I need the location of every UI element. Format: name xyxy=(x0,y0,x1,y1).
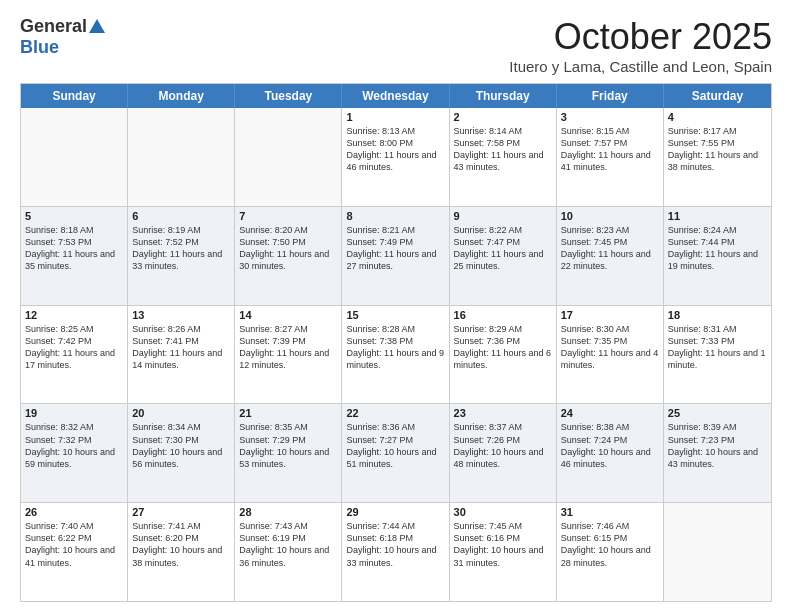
day-number: 25 xyxy=(668,407,767,419)
calendar-cell-1-2: 7Sunrise: 8:20 AM Sunset: 7:50 PM Daylig… xyxy=(235,207,342,305)
logo-triangle-icon xyxy=(89,19,105,33)
day-info: Sunrise: 7:43 AM Sunset: 6:19 PM Dayligh… xyxy=(239,520,337,569)
day-info: Sunrise: 8:25 AM Sunset: 7:42 PM Dayligh… xyxy=(25,323,123,372)
calendar-cell-0-3: 1Sunrise: 8:13 AM Sunset: 8:00 PM Daylig… xyxy=(342,108,449,206)
day-info: Sunrise: 8:13 AM Sunset: 8:00 PM Dayligh… xyxy=(346,125,444,174)
day-info: Sunrise: 8:26 AM Sunset: 7:41 PM Dayligh… xyxy=(132,323,230,372)
calendar: SundayMondayTuesdayWednesdayThursdayFrid… xyxy=(20,83,772,602)
calendar-cell-2-5: 17Sunrise: 8:30 AM Sunset: 7:35 PM Dayli… xyxy=(557,306,664,404)
calendar-cell-1-3: 8Sunrise: 8:21 AM Sunset: 7:49 PM Daylig… xyxy=(342,207,449,305)
day-info: Sunrise: 8:23 AM Sunset: 7:45 PM Dayligh… xyxy=(561,224,659,273)
calendar-row-0: 1Sunrise: 8:13 AM Sunset: 8:00 PM Daylig… xyxy=(21,108,771,206)
day-number: 17 xyxy=(561,309,659,321)
calendar-row-1: 5Sunrise: 8:18 AM Sunset: 7:53 PM Daylig… xyxy=(21,206,771,305)
day-info: Sunrise: 8:39 AM Sunset: 7:23 PM Dayligh… xyxy=(668,421,767,470)
weekday-header-sunday: Sunday xyxy=(21,84,128,108)
day-number: 5 xyxy=(25,210,123,222)
calendar-cell-3-0: 19Sunrise: 8:32 AM Sunset: 7:32 PM Dayli… xyxy=(21,404,128,502)
day-info: Sunrise: 8:18 AM Sunset: 7:53 PM Dayligh… xyxy=(25,224,123,273)
day-number: 6 xyxy=(132,210,230,222)
day-number: 9 xyxy=(454,210,552,222)
day-number: 29 xyxy=(346,506,444,518)
day-info: Sunrise: 8:28 AM Sunset: 7:38 PM Dayligh… xyxy=(346,323,444,372)
day-info: Sunrise: 8:17 AM Sunset: 7:55 PM Dayligh… xyxy=(668,125,767,174)
calendar-row-3: 19Sunrise: 8:32 AM Sunset: 7:32 PM Dayli… xyxy=(21,403,771,502)
calendar-cell-4-6 xyxy=(664,503,771,601)
day-info: Sunrise: 8:35 AM Sunset: 7:29 PM Dayligh… xyxy=(239,421,337,470)
logo-general-text: General xyxy=(20,16,87,37)
day-info: Sunrise: 8:27 AM Sunset: 7:39 PM Dayligh… xyxy=(239,323,337,372)
day-info: Sunrise: 8:38 AM Sunset: 7:24 PM Dayligh… xyxy=(561,421,659,470)
day-info: Sunrise: 8:15 AM Sunset: 7:57 PM Dayligh… xyxy=(561,125,659,174)
day-number: 20 xyxy=(132,407,230,419)
calendar-cell-1-1: 6Sunrise: 8:19 AM Sunset: 7:52 PM Daylig… xyxy=(128,207,235,305)
day-info: Sunrise: 8:19 AM Sunset: 7:52 PM Dayligh… xyxy=(132,224,230,273)
calendar-cell-2-3: 15Sunrise: 8:28 AM Sunset: 7:38 PM Dayli… xyxy=(342,306,449,404)
weekday-header-saturday: Saturday xyxy=(664,84,771,108)
page: General Blue October 2025 Ituero y Lama,… xyxy=(0,0,792,612)
calendar-row-2: 12Sunrise: 8:25 AM Sunset: 7:42 PM Dayli… xyxy=(21,305,771,404)
calendar-cell-4-3: 29Sunrise: 7:44 AM Sunset: 6:18 PM Dayli… xyxy=(342,503,449,601)
day-info: Sunrise: 7:40 AM Sunset: 6:22 PM Dayligh… xyxy=(25,520,123,569)
day-number: 12 xyxy=(25,309,123,321)
day-number: 27 xyxy=(132,506,230,518)
logo: General Blue xyxy=(20,16,105,58)
title-block: October 2025 Ituero y Lama, Castille and… xyxy=(509,16,772,75)
day-info: Sunrise: 8:37 AM Sunset: 7:26 PM Dayligh… xyxy=(454,421,552,470)
calendar-cell-2-0: 12Sunrise: 8:25 AM Sunset: 7:42 PM Dayli… xyxy=(21,306,128,404)
day-number: 16 xyxy=(454,309,552,321)
day-number: 4 xyxy=(668,111,767,123)
calendar-header: SundayMondayTuesdayWednesdayThursdayFrid… xyxy=(21,84,771,108)
calendar-cell-0-0 xyxy=(21,108,128,206)
weekday-header-monday: Monday xyxy=(128,84,235,108)
day-number: 7 xyxy=(239,210,337,222)
day-number: 24 xyxy=(561,407,659,419)
calendar-cell-1-0: 5Sunrise: 8:18 AM Sunset: 7:53 PM Daylig… xyxy=(21,207,128,305)
day-info: Sunrise: 8:24 AM Sunset: 7:44 PM Dayligh… xyxy=(668,224,767,273)
header: General Blue October 2025 Ituero y Lama,… xyxy=(20,16,772,75)
day-number: 23 xyxy=(454,407,552,419)
day-info: Sunrise: 8:22 AM Sunset: 7:47 PM Dayligh… xyxy=(454,224,552,273)
day-number: 30 xyxy=(454,506,552,518)
day-info: Sunrise: 8:31 AM Sunset: 7:33 PM Dayligh… xyxy=(668,323,767,372)
day-info: Sunrise: 7:45 AM Sunset: 6:16 PM Dayligh… xyxy=(454,520,552,569)
day-info: Sunrise: 7:41 AM Sunset: 6:20 PM Dayligh… xyxy=(132,520,230,569)
day-number: 8 xyxy=(346,210,444,222)
day-number: 14 xyxy=(239,309,337,321)
weekday-header-wednesday: Wednesday xyxy=(342,84,449,108)
day-info: Sunrise: 7:44 AM Sunset: 6:18 PM Dayligh… xyxy=(346,520,444,569)
calendar-cell-1-6: 11Sunrise: 8:24 AM Sunset: 7:44 PM Dayli… xyxy=(664,207,771,305)
weekday-header-thursday: Thursday xyxy=(450,84,557,108)
day-info: Sunrise: 8:34 AM Sunset: 7:30 PM Dayligh… xyxy=(132,421,230,470)
calendar-cell-2-6: 18Sunrise: 8:31 AM Sunset: 7:33 PM Dayli… xyxy=(664,306,771,404)
day-number: 28 xyxy=(239,506,337,518)
day-number: 10 xyxy=(561,210,659,222)
calendar-cell-3-2: 21Sunrise: 8:35 AM Sunset: 7:29 PM Dayli… xyxy=(235,404,342,502)
calendar-cell-4-1: 27Sunrise: 7:41 AM Sunset: 6:20 PM Dayli… xyxy=(128,503,235,601)
day-number: 18 xyxy=(668,309,767,321)
calendar-cell-4-2: 28Sunrise: 7:43 AM Sunset: 6:19 PM Dayli… xyxy=(235,503,342,601)
calendar-cell-0-5: 3Sunrise: 8:15 AM Sunset: 7:57 PM Daylig… xyxy=(557,108,664,206)
calendar-cell-2-2: 14Sunrise: 8:27 AM Sunset: 7:39 PM Dayli… xyxy=(235,306,342,404)
location: Ituero y Lama, Castille and Leon, Spain xyxy=(509,58,772,75)
logo-blue-text: Blue xyxy=(20,37,59,58)
calendar-cell-3-3: 22Sunrise: 8:36 AM Sunset: 7:27 PM Dayli… xyxy=(342,404,449,502)
day-number: 11 xyxy=(668,210,767,222)
calendar-cell-2-4: 16Sunrise: 8:29 AM Sunset: 7:36 PM Dayli… xyxy=(450,306,557,404)
day-info: Sunrise: 8:30 AM Sunset: 7:35 PM Dayligh… xyxy=(561,323,659,372)
calendar-cell-3-4: 23Sunrise: 8:37 AM Sunset: 7:26 PM Dayli… xyxy=(450,404,557,502)
day-number: 22 xyxy=(346,407,444,419)
weekday-header-friday: Friday xyxy=(557,84,664,108)
month-title: October 2025 xyxy=(509,16,772,58)
calendar-cell-2-1: 13Sunrise: 8:26 AM Sunset: 7:41 PM Dayli… xyxy=(128,306,235,404)
day-number: 19 xyxy=(25,407,123,419)
calendar-cell-1-4: 9Sunrise: 8:22 AM Sunset: 7:47 PM Daylig… xyxy=(450,207,557,305)
day-info: Sunrise: 7:46 AM Sunset: 6:15 PM Dayligh… xyxy=(561,520,659,569)
calendar-cell-3-6: 25Sunrise: 8:39 AM Sunset: 7:23 PM Dayli… xyxy=(664,404,771,502)
calendar-body: 1Sunrise: 8:13 AM Sunset: 8:00 PM Daylig… xyxy=(21,108,771,601)
calendar-cell-3-1: 20Sunrise: 8:34 AM Sunset: 7:30 PM Dayli… xyxy=(128,404,235,502)
day-info: Sunrise: 8:29 AM Sunset: 7:36 PM Dayligh… xyxy=(454,323,552,372)
day-info: Sunrise: 8:20 AM Sunset: 7:50 PM Dayligh… xyxy=(239,224,337,273)
calendar-cell-0-6: 4Sunrise: 8:17 AM Sunset: 7:55 PM Daylig… xyxy=(664,108,771,206)
day-number: 31 xyxy=(561,506,659,518)
